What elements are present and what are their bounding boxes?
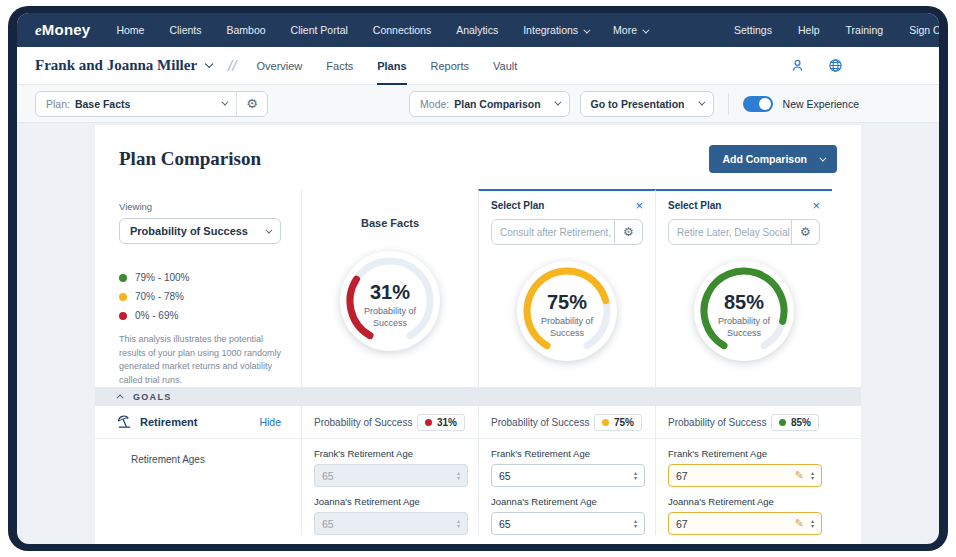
chevron-down-icon	[221, 99, 228, 106]
plan-dropdown-2[interactable]: Retire Later, Delay Social Sec...	[668, 219, 792, 245]
breadcrumb-separator: //	[228, 57, 236, 74]
nav-item-settings[interactable]: Settings	[734, 24, 772, 36]
close-icon[interactable]: ×	[635, 199, 643, 212]
stepper-icon[interactable]: ▴▾	[634, 519, 637, 528]
retirement-ages-label: Retirement Ages	[95, 439, 301, 465]
stepper-icon[interactable]: ▴▾	[811, 471, 814, 480]
window-frame: eMoney Home Clients Bamboo Client Portal…	[8, 6, 948, 551]
plan-comparison-card: Plan Comparison Add Comparison Viewing P…	[95, 125, 861, 544]
pencil-edit-icon: ✎	[795, 469, 804, 482]
franks-retirement-age-input-plan-1[interactable]: 65 ▴▾	[491, 464, 645, 487]
franks-retirement-age-input-base: 65 ▴▾	[314, 464, 468, 487]
select-plan-column-1: Select Plan × Consult after Retirement, …	[478, 189, 655, 387]
red-dot-icon	[425, 419, 432, 426]
pencil-edit-icon: ✎	[795, 517, 804, 530]
page-title: Plan Comparison	[119, 148, 261, 170]
nav-item-client-portal[interactable]: Client Portal	[291, 24, 348, 36]
retirement-goal-row: Retirement Hide Probability of Success 3…	[95, 406, 861, 438]
probability-badge-plan-2: 85%	[771, 414, 819, 431]
chevron-down-icon	[205, 59, 213, 67]
hide-link[interactable]: Hide	[259, 416, 281, 428]
gauge-caption: Probability of Success	[357, 306, 423, 329]
nav-item-connections[interactable]: Connections	[373, 24, 431, 36]
gauge-plan-2: 85% Probability of Success	[694, 261, 794, 361]
viewing-column: Viewing Probability of Success 79% - 100…	[95, 189, 301, 387]
new-experience-label: New Experience	[783, 98, 859, 110]
gauge-caption: Probability of Success	[711, 316, 777, 339]
viewing-dropdown[interactable]: Probability of Success	[119, 218, 281, 244]
tab-facts[interactable]: Facts	[326, 47, 353, 85]
client-selector[interactable]: Frank and Joanna Miller	[35, 57, 210, 74]
legend-item-green: 79% - 100%	[119, 272, 281, 283]
red-dot-icon	[119, 312, 127, 320]
plan-dropdown[interactable]: Plan: Base Facts	[36, 98, 236, 110]
nav-item-integrations[interactable]: Integrations	[523, 24, 588, 36]
goals-section-header[interactable]: GOALS	[95, 387, 861, 406]
select-plan-column-2: Select Plan × Retire Later, Delay Social…	[655, 189, 832, 387]
chevron-down-icon	[642, 27, 649, 34]
chevron-down-icon	[554, 99, 561, 106]
gauge-value: 85%	[724, 291, 764, 314]
stepper-icon: ▴▾	[457, 519, 460, 528]
tab-overview[interactable]: Overview	[256, 47, 302, 85]
comparison-grid: Viewing Probability of Success 79% - 100…	[95, 189, 832, 387]
card-header: Plan Comparison Add Comparison	[95, 125, 861, 189]
base-facts-header: Base Facts	[302, 217, 478, 229]
legend-item-yellow: 70% - 78%	[119, 291, 281, 302]
nav-item-analytics[interactable]: Analytics	[456, 24, 498, 36]
gauge-value: 31%	[370, 281, 410, 304]
user-icon[interactable]	[790, 58, 805, 73]
nav-item-help[interactable]: Help	[798, 24, 820, 36]
plan-gear-icon[interactable]: ⚙	[792, 219, 820, 245]
chevron-down-icon	[265, 226, 272, 233]
toolbar-right-group: Mode: Plan Comparison Go to Presentation…	[409, 91, 921, 117]
nav-right-group: Settings Help Training Sign Out	[708, 24, 939, 36]
gauge-caption: Probability of Success	[534, 316, 600, 339]
chevron-down-icon	[698, 99, 705, 106]
tab-reports[interactable]: Reports	[431, 47, 470, 85]
nav-item-clients[interactable]: Clients	[169, 24, 201, 36]
gauge-plan-1: 75% Probability of Success	[517, 261, 617, 361]
go-to-presentation-button[interactable]: Go to Presentation	[580, 91, 714, 117]
retirement-icon	[117, 415, 132, 429]
tab-vault[interactable]: Vault	[493, 47, 517, 85]
nav-item-more[interactable]: More	[613, 24, 647, 36]
add-comparison-button[interactable]: Add Comparison	[709, 145, 837, 173]
nav-item-sign-out[interactable]: Sign Out	[909, 24, 939, 36]
plan-gear-icon[interactable]: ⚙	[615, 219, 643, 245]
client-bar: Frank and Joanna Miller // Overview Fact…	[17, 47, 939, 85]
viewing-label: Viewing	[119, 201, 281, 212]
client-bar-icons	[790, 58, 921, 73]
gauge-base-facts: 31% Probability of Success	[340, 251, 440, 351]
plan-toolbar: Plan: Base Facts ⚙ Mode: Plan Comparison	[17, 85, 939, 123]
stepper-icon[interactable]: ▴▾	[811, 519, 814, 528]
emoney-logo[interactable]: eMoney	[35, 21, 90, 39]
legend: 79% - 100% 70% - 78% 0% - 69%	[119, 272, 281, 321]
nav-item-home[interactable]: Home	[116, 24, 144, 36]
stepper-icon[interactable]: ▴▾	[634, 471, 637, 480]
goal-name: Retirement	[140, 416, 197, 428]
globe-icon[interactable]	[828, 58, 843, 73]
joannas-retirement-age-input-base: 65 ▴▾	[314, 512, 468, 535]
franks-retirement-age-input-plan-2[interactable]: 67 ✎ ▴▾	[668, 464, 822, 487]
probability-badge-plan-1: 75%	[594, 414, 642, 431]
main-content: Plan Comparison Add Comparison Viewing P…	[17, 123, 939, 544]
joannas-retirement-age-input-plan-2[interactable]: 67 ✎ ▴▾	[668, 512, 822, 535]
plan-dropdown-1[interactable]: Consult after Retirement, Del...	[491, 219, 615, 245]
select-plan-header: Select Plan	[491, 200, 544, 211]
mode-selector[interactable]: Mode: Plan Comparison	[409, 91, 570, 117]
yellow-dot-icon	[602, 419, 609, 426]
plan-settings-gear-icon[interactable]: ⚙	[237, 96, 267, 111]
stepper-icon: ▴▾	[457, 471, 460, 480]
plan-selector: Plan: Base Facts ⚙	[35, 91, 268, 117]
new-experience-toggle[interactable]	[743, 96, 773, 112]
select-plan-header: Select Plan	[668, 200, 721, 211]
chevron-up-icon	[117, 394, 124, 401]
app-window: eMoney Home Clients Bamboo Client Portal…	[17, 13, 939, 544]
close-icon[interactable]: ×	[812, 199, 820, 212]
green-dot-icon	[779, 419, 786, 426]
nav-item-training[interactable]: Training	[846, 24, 884, 36]
tab-plans[interactable]: Plans	[377, 47, 406, 85]
nav-item-bamboo[interactable]: Bamboo	[227, 24, 266, 36]
joannas-retirement-age-input-plan-1[interactable]: 65 ▴▾	[491, 512, 645, 535]
